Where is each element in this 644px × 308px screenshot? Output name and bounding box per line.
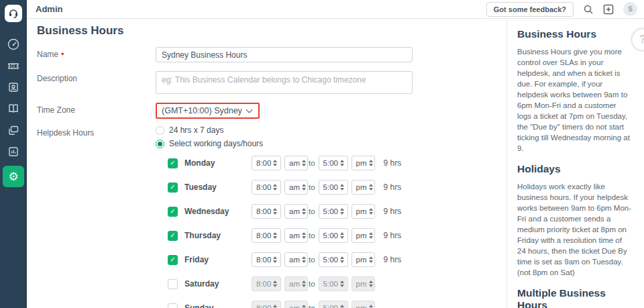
search-button[interactable] [583,4,594,15]
day-row: ✓ Monday 8:00 am to 5:00 pm 9 hrs [168,156,401,170]
start-meridiem-select[interactable]: am [284,276,308,291]
stepper-icon [273,160,277,166]
stepper-icon [369,256,373,263]
help-section-multiple-business-hours: Multiple Business Hours You can also cre… [517,287,632,308]
end-time-select[interactable]: 5:00 [319,204,348,219]
day-checkbox[interactable]: ✓ [168,207,178,217]
start-meridiem-select[interactable]: am [284,180,308,195]
chevron-down-icon [246,106,252,113]
end-time-select[interactable]: 5:00 [319,156,348,170]
business-hours-admin-page: ⚙ Admin Got some feedback? S Business [0,0,644,308]
start-meridiem-select[interactable]: am [284,301,308,308]
top-bar: Admin Got some feedback? S [27,0,644,19]
checkmark-icon: ✓ [170,232,175,239]
start-meridiem-select[interactable]: am [284,252,308,267]
required-dot: • [61,49,64,59]
end-meridiem-select[interactable]: pm [352,301,375,308]
sidebar-item-dashboard[interactable] [3,34,24,54]
start-time-select[interactable]: 8:00 [252,252,281,267]
sidebar-item-contacts[interactable] [3,77,24,97]
freshdesk-logo[interactable] [5,5,22,22]
start-time-select[interactable]: 8:00 [252,204,281,219]
radio-icon [156,126,164,135]
description-input[interactable] [156,71,413,94]
start-meridiem-select[interactable]: am [284,204,308,219]
start-time-select[interactable]: 8:00 [252,228,281,243]
end-time-select[interactable]: 5:00 [319,252,348,267]
sidebar-item-admin[interactable]: ⚙ [3,166,24,187]
name-row: Name• [37,47,506,62]
end-time-select[interactable]: 5:00 [319,301,348,308]
day-label: Saturday [184,279,252,289]
topbar-actions: Got some feedback? S [486,2,637,17]
stepper-icon [302,232,306,239]
helpdesk-hours-row: Helpdesk Hours 24 hrs x 7 days Select wo… [37,125,506,308]
day-checkbox[interactable]: ✓ [168,255,178,265]
sidebar-item-solutions[interactable] [3,99,24,119]
to-label: to [309,256,315,264]
duration-label: 9 hrs [384,183,402,192]
help-section-business-hours: Business Hours Business Hours give you m… [517,28,632,154]
end-meridiem-select[interactable]: pm [352,228,375,243]
help-section-holidays: Holidays Holidays work exactly like busi… [517,163,632,278]
sidebar-item-tickets[interactable] [3,56,24,76]
description-row: Description [37,71,506,94]
sidebar-item-reports[interactable] [3,142,24,162]
to-label: to [309,280,315,288]
radio-selected-icon [156,140,164,148]
day-checkbox[interactable]: ✓ [168,183,178,193]
start-time-select[interactable]: 8:00 [252,180,281,195]
day-row: ✓ Wednesday 8:00 am to 5:00 pm 9 hrs [168,204,401,219]
description-label: Description [37,71,156,94]
headset-icon [7,7,19,19]
stepper-icon [302,208,306,215]
day-row: ✓ Sunday 8:00 am to 5:00 pm [168,301,401,308]
radio-option-working-days[interactable]: Select working days/hours [156,139,401,148]
timezone-select[interactable]: (GMT+10:00) Sydney [162,106,252,115]
chat-bubbles-icon [7,123,20,137]
day-row: ✓ Saturday 8:00 am to 5:00 pm [168,276,401,291]
day-checkbox[interactable]: ✓ [168,158,178,168]
day-checkbox[interactable]: ✓ [168,303,178,308]
working-days-list: ✓ Monday 8:00 am to 5:00 pm 9 hrs ✓ Tues… [156,156,401,308]
day-checkbox[interactable]: ✓ [168,279,178,289]
duration-label: 9 hrs [384,255,402,264]
page-header-title: Admin [36,4,62,14]
end-meridiem-select[interactable]: pm [352,180,375,195]
name-input[interactable] [156,47,413,62]
plus-square-icon [603,4,614,15]
end-time-select[interactable]: 5:00 [319,276,348,291]
stepper-icon [340,305,344,308]
help-heading: Multiple Business Hours [517,287,632,308]
start-time-select[interactable]: 8:00 [252,276,281,291]
start-meridiem-select[interactable]: am [284,156,308,170]
end-meridiem-select[interactable]: pm [352,276,375,291]
day-checkbox[interactable]: ✓ [168,231,178,241]
start-time-select[interactable]: 8:00 [252,301,281,308]
help-heading: Holidays [517,163,632,175]
avatar[interactable]: S [623,2,637,16]
stepper-icon [273,208,277,215]
radio-option-24x7[interactable]: 24 hrs x 7 days [156,125,401,135]
stepper-icon [340,232,344,239]
checkmark-icon: ✓ [170,256,175,263]
day-label: Sunday [184,303,252,308]
end-meridiem-select[interactable]: pm [352,156,375,170]
start-meridiem-select[interactable]: am [284,228,308,243]
end-time-select[interactable]: 5:00 [319,228,348,243]
day-label: Wednesday [184,207,252,216]
end-meridiem-select[interactable]: pm [352,204,375,219]
stepper-icon [302,184,306,191]
duration-label: 9 hrs [384,231,402,240]
start-time-select[interactable]: 8:00 [252,156,281,170]
help-question-icon[interactable]: ? [631,28,644,52]
search-icon [583,4,594,15]
bar-chart-icon [7,145,20,158]
end-meridiem-select[interactable]: pm [352,252,375,267]
annotation-highlight-box: (GMT+10:00) Sydney [156,103,260,119]
sidebar-item-forums[interactable] [3,120,24,140]
feedback-button[interactable]: Got some feedback? [486,2,574,17]
quick-add-button[interactable] [603,4,614,15]
checkmark-icon: ✓ [170,184,175,191]
end-time-select[interactable]: 5:00 [319,180,348,195]
